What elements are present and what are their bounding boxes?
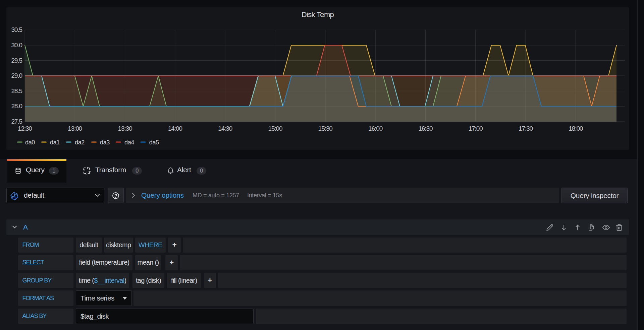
svg-text:15:30: 15:30 xyxy=(318,125,333,132)
svg-text:13:00: 13:00 xyxy=(68,125,82,132)
svg-text:14:00: 14:00 xyxy=(168,125,182,132)
svg-text:18:00: 18:00 xyxy=(569,125,583,132)
svg-text:da2: da2 xyxy=(75,139,85,146)
svg-text:29.0: 29.0 xyxy=(11,72,22,79)
svg-text:16:30: 16:30 xyxy=(418,125,433,132)
svg-text:14:30: 14:30 xyxy=(218,125,232,132)
svg-text:29.5: 29.5 xyxy=(11,57,22,64)
svg-text:30.0: 30.0 xyxy=(11,42,22,49)
svg-text:28.5: 28.5 xyxy=(11,87,22,94)
svg-text:da5: da5 xyxy=(149,139,159,146)
svg-text:16:00: 16:00 xyxy=(368,125,383,132)
svg-text:da1: da1 xyxy=(50,139,60,146)
svg-text:30.5: 30.5 xyxy=(11,26,22,33)
svg-text:27.5: 27.5 xyxy=(11,118,22,125)
svg-text:12:30: 12:30 xyxy=(18,125,32,132)
svg-text:da4: da4 xyxy=(124,139,134,146)
svg-text:da0: da0 xyxy=(25,139,35,146)
svg-text:28.0: 28.0 xyxy=(11,103,22,110)
svg-text:17:00: 17:00 xyxy=(469,125,483,132)
svg-text:17:30: 17:30 xyxy=(519,125,533,132)
svg-text:da3: da3 xyxy=(100,139,110,146)
svg-text:15:00: 15:00 xyxy=(268,125,282,132)
svg-text:13:30: 13:30 xyxy=(118,125,132,132)
